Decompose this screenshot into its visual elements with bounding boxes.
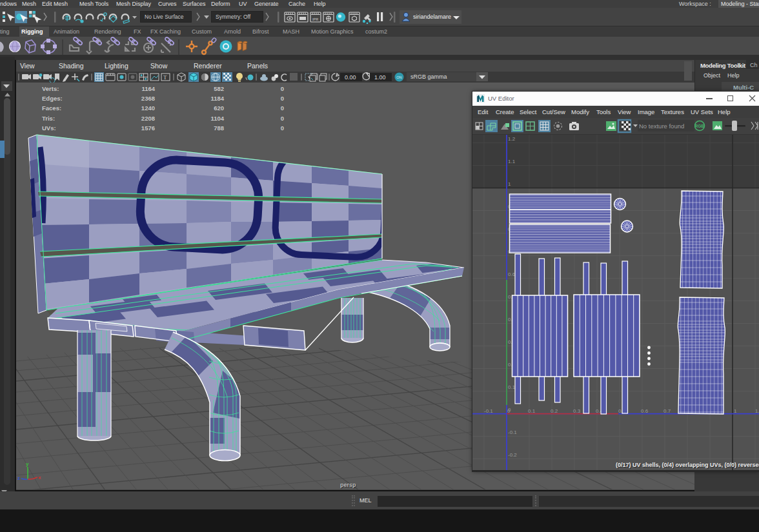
svg-text:persp: persp bbox=[340, 482, 356, 488]
svg-text:1576: 1576 bbox=[141, 124, 155, 132]
svg-text:2368: 2368 bbox=[141, 95, 155, 102]
svg-text:0: 0 bbox=[281, 85, 284, 92]
svg-text:1104: 1104 bbox=[210, 115, 224, 122]
svg-text:788: 788 bbox=[214, 124, 224, 132]
svg-text:1: 1 bbox=[508, 181, 511, 187]
svg-text:1: 1 bbox=[734, 408, 737, 414]
svg-text:ON: ON bbox=[396, 75, 401, 79]
svg-text:Verts:: Verts: bbox=[42, 85, 59, 92]
svg-text:T: T bbox=[163, 74, 167, 81]
svg-text:2208: 2208 bbox=[141, 115, 155, 122]
svg-text:0: 0 bbox=[281, 95, 284, 102]
svg-text:-0.1: -0.1 bbox=[484, 408, 493, 414]
svg-text:0.6: 0.6 bbox=[641, 408, 649, 414]
svg-text:1164: 1164 bbox=[141, 85, 155, 92]
svg-text:620: 620 bbox=[214, 104, 224, 112]
svg-text:-0.1: -0.1 bbox=[508, 429, 517, 435]
svg-text:x: x bbox=[38, 475, 41, 480]
svg-text:z: z bbox=[17, 475, 20, 481]
svg-text:0: 0 bbox=[281, 124, 284, 132]
svg-text:IPR: IPR bbox=[312, 17, 318, 21]
svg-text:y: y bbox=[26, 461, 29, 467]
svg-text:0.2: 0.2 bbox=[551, 408, 558, 414]
svg-text:-0.2: -0.2 bbox=[508, 452, 517, 458]
svg-text:UVs:: UVs: bbox=[42, 124, 56, 132]
svg-text:RGB: RGB bbox=[695, 124, 705, 128]
svg-text:0: 0 bbox=[507, 408, 511, 414]
svg-text:582: 582 bbox=[214, 85, 224, 92]
svg-text:0.1: 0.1 bbox=[508, 384, 516, 390]
svg-text:1184: 1184 bbox=[210, 95, 224, 102]
svg-text:0.7: 0.7 bbox=[663, 408, 671, 414]
svg-text:0: 0 bbox=[281, 115, 284, 122]
svg-text:1.1: 1.1 bbox=[508, 159, 516, 164]
svg-text:1.2: 1.2 bbox=[508, 136, 516, 142]
svg-text:0.3: 0.3 bbox=[573, 408, 581, 414]
svg-text:Edges:: Edges: bbox=[42, 95, 63, 102]
svg-text:0.6: 0.6 bbox=[508, 271, 516, 277]
svg-text:0: 0 bbox=[281, 104, 284, 112]
svg-text:Tris:: Tris: bbox=[42, 115, 55, 122]
svg-text:1.1: 1.1 bbox=[755, 408, 759, 414]
svg-text:0.1: 0.1 bbox=[528, 408, 536, 414]
svg-text:Faces:: Faces: bbox=[42, 104, 61, 112]
svg-text:1240: 1240 bbox=[141, 104, 155, 112]
